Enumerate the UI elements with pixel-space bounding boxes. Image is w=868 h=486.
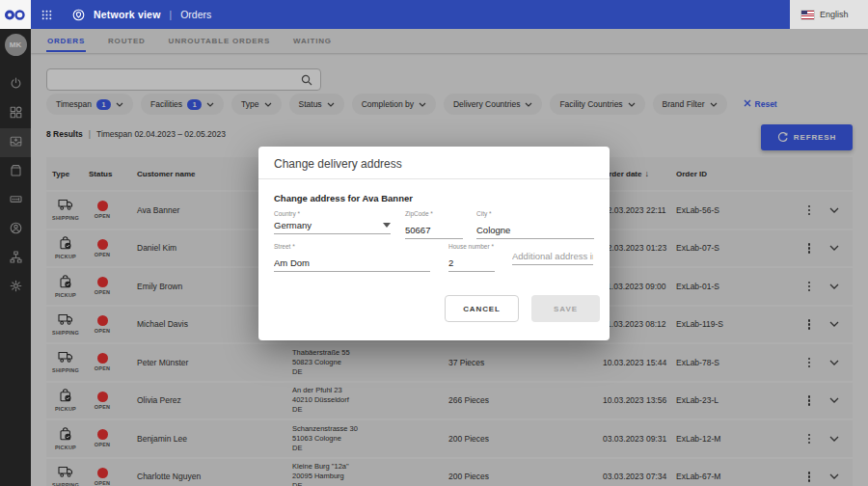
nav-separator: | (170, 10, 173, 20)
street-field: Street * (274, 243, 430, 272)
zipcode-field: ZipCode * (405, 210, 463, 239)
country-label: Country * (274, 210, 391, 217)
network-view-icon (72, 9, 85, 21)
apps-grid-icon[interactable] (41, 10, 52, 20)
brand-logo[interactable] (0, 0, 31, 29)
additional-address-input[interactable] (512, 251, 593, 265)
street-label: Street * (274, 243, 430, 250)
change-delivery-address-modal: Change delivery address Change address f… (258, 147, 610, 340)
zipcode-input[interactable] (405, 225, 463, 239)
nav-title: Network view (94, 9, 161, 20)
house-number-label: House number * (448, 243, 495, 250)
language-selector[interactable]: English (790, 0, 868, 29)
top-bar-main: Network view | Orders (31, 0, 790, 29)
city-label: City * (476, 210, 594, 217)
country-field[interactable]: Country * Germany (274, 210, 391, 234)
country-dropdown-caret-icon (383, 223, 391, 228)
modal-title: Change delivery address (274, 157, 402, 171)
zipcode-label: ZipCode * (405, 210, 463, 217)
brand-logo-icon (4, 9, 27, 21)
house-number-field: House number * (448, 243, 495, 272)
us-flag-icon (801, 11, 814, 19)
house-number-input[interactable] (448, 257, 495, 272)
modal-divider (258, 178, 610, 179)
street-input[interactable] (274, 257, 430, 272)
app-screen: Network view | Orders English MK ORDERSR… (0, 0, 868, 486)
top-bar: Network view | Orders English (0, 0, 868, 29)
country-value: Germany (274, 220, 312, 230)
save-button[interactable]: SAVE (531, 295, 600, 322)
additional-address-field (512, 246, 593, 265)
language-label: English (820, 10, 849, 19)
city-field: City * (476, 210, 594, 239)
modal-subtitle: Change address for Ava Banner (274, 193, 413, 203)
cancel-button[interactable]: CANCEL (445, 295, 519, 322)
nav-current-page: Orders (180, 9, 211, 20)
city-input[interactable] (476, 225, 594, 239)
